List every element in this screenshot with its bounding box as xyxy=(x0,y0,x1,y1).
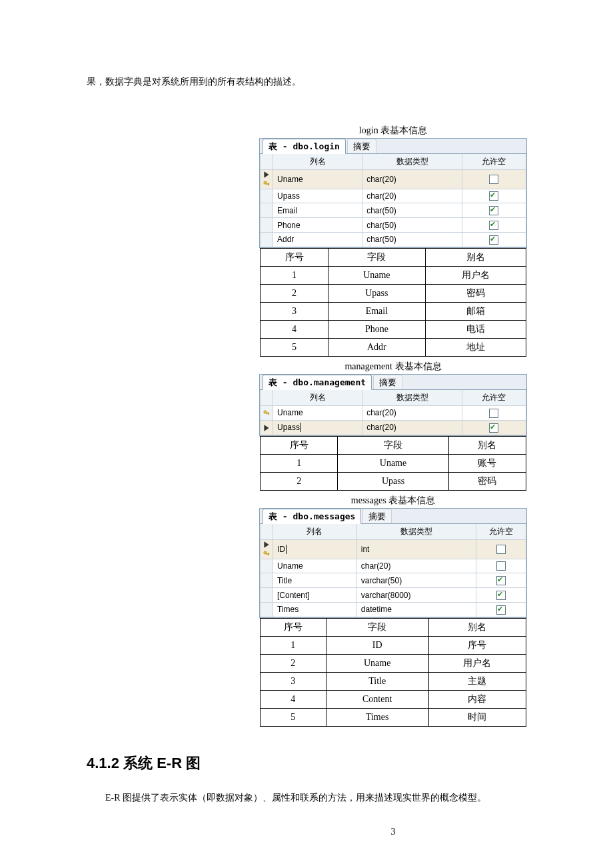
column-nullable-cell[interactable] xyxy=(462,169,526,189)
alias-alias: 密码 xyxy=(448,472,526,490)
alias-num: 2 xyxy=(261,472,338,490)
svg-rect-8 xyxy=(269,553,269,555)
columns-grid: 列名数据类型允许空Unamechar(20) Upasschar(20) Ema… xyxy=(260,154,526,247)
table-caption: login 表基本信息 xyxy=(87,125,613,137)
column-nullable-cell[interactable] xyxy=(462,233,526,247)
column-type-cell[interactable]: char(50) xyxy=(362,233,462,247)
column-row[interactable]: Phonechar(50) xyxy=(261,218,526,233)
column-name-cell[interactable]: Upass xyxy=(273,189,362,203)
tab-summary[interactable]: 摘要 xyxy=(362,509,392,523)
checkbox-icon[interactable] xyxy=(489,175,498,184)
table-caption: messages 表基本信息 xyxy=(87,495,613,507)
checkbox-icon[interactable] xyxy=(489,206,498,215)
column-type-cell[interactable]: int xyxy=(356,539,476,559)
alias-header-alias: 别名 xyxy=(448,436,526,454)
column-type-cell[interactable]: varchar(8000) xyxy=(356,588,476,603)
alias-field: Uname xyxy=(338,454,448,472)
alias-alias: 内容 xyxy=(428,690,526,708)
checkbox-icon[interactable] xyxy=(489,191,498,201)
column-nullable-cell[interactable] xyxy=(462,218,526,233)
row-gutter xyxy=(261,573,273,588)
column-name-cell[interactable]: Title xyxy=(273,573,357,588)
column-name-cell[interactable]: Uname xyxy=(273,169,362,189)
column-type-cell[interactable]: char(50) xyxy=(362,203,462,218)
checkbox-icon[interactable] xyxy=(496,545,506,554)
column-nullable-cell[interactable] xyxy=(476,588,526,603)
tab-main[interactable]: 表 - dbo.management xyxy=(263,375,372,390)
column-nullable-cell[interactable] xyxy=(476,559,526,573)
tab-row: 表 - dbo.management摘要 xyxy=(260,375,526,390)
column-row[interactable]: IDint xyxy=(261,539,526,559)
column-row[interactable]: [Content]varchar(8000) xyxy=(261,588,526,603)
column-name-cell[interactable]: Phone xyxy=(273,218,362,233)
column-row[interactable]: Upasschar(20) xyxy=(261,189,526,203)
column-nullable-cell[interactable] xyxy=(462,405,526,420)
column-type-cell[interactable]: char(20) xyxy=(356,559,476,573)
column-name-cell[interactable]: Email xyxy=(273,203,362,218)
grid-header-null: 允许空 xyxy=(462,154,526,170)
checkbox-icon[interactable] xyxy=(496,591,506,600)
column-row[interactable]: Unamechar(20) xyxy=(261,169,526,189)
alias-row: 2Uname用户名 xyxy=(261,654,526,672)
tab-summary[interactable]: 摘要 xyxy=(373,375,402,389)
column-row[interactable]: Unamechar(20) xyxy=(261,405,526,420)
alias-num: 5 xyxy=(261,338,328,356)
column-row[interactable]: Unamechar(20) xyxy=(261,559,526,573)
column-row[interactable]: Upasschar(20) xyxy=(261,420,526,435)
column-row[interactable]: Emailchar(50) xyxy=(261,203,526,218)
column-name-cell[interactable]: Addr xyxy=(273,233,362,247)
checkbox-icon[interactable] xyxy=(489,235,498,245)
column-type-cell[interactable]: char(20) xyxy=(362,405,462,420)
alias-table: 序号字段别名1Uname账号2Upass密码 xyxy=(260,436,526,491)
column-type-cell[interactable]: char(20) xyxy=(362,189,462,203)
alias-alias: 主题 xyxy=(428,672,526,690)
alias-alias: 密码 xyxy=(425,284,526,302)
db-designer-block: 表 - dbo.messages摘要列名数据类型允许空IDint Unamech… xyxy=(259,508,527,618)
column-name-cell[interactable]: [Content] xyxy=(273,588,357,603)
checkbox-icon[interactable] xyxy=(489,423,498,433)
column-nullable-cell[interactable] xyxy=(476,539,526,559)
alias-field: Uname xyxy=(328,266,426,284)
checkbox-icon[interactable] xyxy=(489,409,498,418)
column-type-cell[interactable]: datetime xyxy=(356,603,476,617)
column-name-cell[interactable]: Uname xyxy=(273,559,357,573)
checkbox-icon[interactable] xyxy=(489,221,498,230)
alias-header-alias: 别名 xyxy=(428,618,526,636)
checkbox-icon[interactable] xyxy=(496,576,506,585)
column-nullable-cell[interactable] xyxy=(462,203,526,218)
alias-row: 3Title主题 xyxy=(261,672,526,690)
column-nullable-cell[interactable] xyxy=(476,573,526,588)
column-type-cell[interactable]: char(20) xyxy=(362,169,462,189)
tab-summary[interactable]: 摘要 xyxy=(347,139,376,153)
column-name-cell[interactable]: Times xyxy=(273,603,357,617)
checkbox-icon[interactable] xyxy=(496,561,506,571)
column-name-cell[interactable]: Upass xyxy=(273,420,362,435)
column-row[interactable]: Addrchar(50) xyxy=(261,233,526,247)
column-nullable-cell[interactable] xyxy=(476,603,526,617)
tab-main[interactable]: 表 - dbo.messages xyxy=(263,509,361,524)
alias-field: Upass xyxy=(328,284,426,302)
alias-table: 序号字段别名1ID序号2Uname用户名3Title主题4Content内容5T… xyxy=(260,618,526,727)
tab-row: 表 - dbo.messages摘要 xyxy=(260,509,526,524)
alias-alias: 邮箱 xyxy=(425,302,526,320)
column-nullable-cell[interactable] xyxy=(462,189,526,203)
checkbox-icon[interactable] xyxy=(496,605,506,615)
alias-field: Content xyxy=(326,690,428,708)
column-type-cell[interactable]: char(20) xyxy=(362,420,462,435)
column-row[interactable]: Titlevarchar(50) xyxy=(261,573,526,588)
row-gutter xyxy=(261,189,273,203)
column-type-cell[interactable]: varchar(50) xyxy=(356,573,476,588)
column-name-cell[interactable]: ID xyxy=(273,539,357,559)
alias-num: 3 xyxy=(261,302,328,320)
column-nullable-cell[interactable] xyxy=(462,420,526,435)
column-type-cell[interactable]: char(50) xyxy=(362,218,462,233)
alias-header-num: 序号 xyxy=(261,618,326,636)
row-gutter xyxy=(261,169,273,189)
column-name-cell[interactable]: Uname xyxy=(273,405,362,420)
primary-key-icon xyxy=(263,409,271,417)
row-gutter xyxy=(261,603,273,617)
column-row[interactable]: Timesdatetime xyxy=(261,603,526,617)
tab-main[interactable]: 表 - dbo.login xyxy=(263,139,346,154)
alias-row: 1ID序号 xyxy=(261,636,526,654)
row-pointer-icon xyxy=(263,424,271,432)
